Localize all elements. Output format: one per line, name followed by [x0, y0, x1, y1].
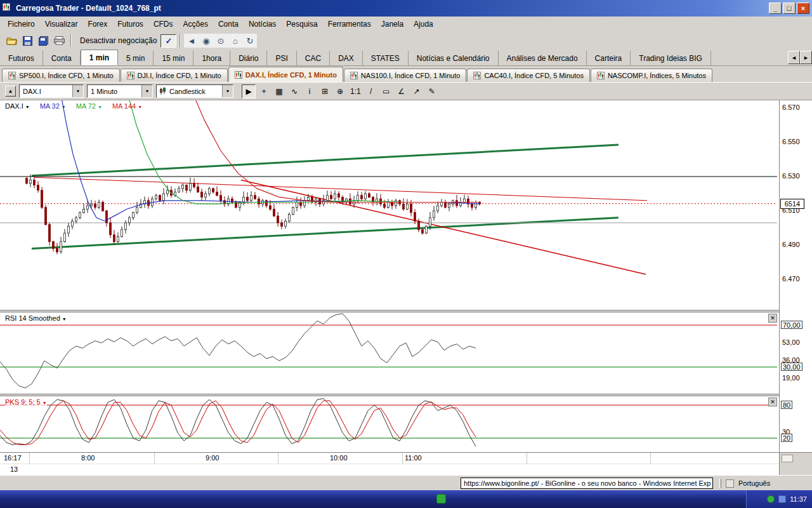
workspace-tab-conta[interactable]: Conta	[43, 51, 81, 65]
zoom-tool-icon[interactable]: ⊕	[333, 84, 347, 98]
menu-item-cfds[interactable]: CFDs	[148, 18, 178, 30]
tray-blue-icon[interactable]	[778, 495, 786, 503]
workspace-tab-noticias-e-calendario[interactable]: Notícias e Calendário	[409, 51, 499, 65]
info-tool-icon[interactable]: i	[303, 84, 317, 98]
legend-ma-32[interactable]: MA 32▼	[40, 102, 66, 110]
stochastic-panel-close-icon[interactable]: ✕	[768, 398, 777, 406]
date-row: 13	[0, 464, 779, 475]
close-button[interactable]: ×	[797, 3, 809, 14]
workspace-tab-5-min[interactable]: 5 min	[118, 51, 154, 65]
workspace-tab-carteira[interactable]: Carteira	[587, 51, 631, 65]
workspace-tab-dax[interactable]: DAX	[330, 51, 363, 65]
legend-ma-72[interactable]: MA 72▼	[76, 102, 102, 110]
angle-tool-icon[interactable]: ∠	[395, 84, 409, 98]
minimize-button[interactable]: _	[769, 3, 782, 14]
workspace-tab-15-min[interactable]: 15 min	[154, 51, 193, 65]
menu-item-forex[interactable]: Forex	[83, 18, 113, 30]
interval-select[interactable]: 1 Minuto ▼	[87, 84, 153, 98]
menu-item-futuros[interactable]: Futuros	[112, 18, 148, 30]
rsi-panel-canvas[interactable]	[0, 312, 779, 394]
workspace-tab-analises-de-mercado[interactable]: Análises de Mercado	[499, 51, 587, 65]
chart-tab-dji-i-indice-cfd-1-minuto[interactable]: DJI.I, Índice CFD, 1 Minuto	[121, 69, 228, 82]
collapse-button[interactable]: ▲	[5, 86, 16, 97]
menu-item-janela[interactable]: Janela	[376, 18, 409, 30]
maximize-button[interactable]: □	[783, 3, 796, 14]
expand-tool-icon[interactable]: ↗	[410, 84, 424, 98]
workspace-tab-futuros[interactable]: Futuros	[0, 51, 43, 65]
time-axis-label: 8:00	[81, 454, 95, 462]
refresh-icon[interactable]: ↻	[242, 34, 257, 48]
chart-tab-dax-i-indice-cfd-1-minuto[interactable]: DAX.I, Índice CFD, 1 Minuto	[228, 67, 343, 82]
time-axis[interactable]: 16:178:009:0010:0011:00	[0, 452, 779, 464]
taskbar[interactable]: 11:37	[0, 490, 812, 508]
home-icon[interactable]: ⌂	[228, 34, 242, 48]
chart-tab-cac40-i-indice-cfd-5-minutos[interactable]: CAC40.I, Índice CFD, 5 Minutos	[467, 69, 590, 82]
print-icon[interactable]	[51, 34, 67, 48]
workspace-tab-psi[interactable]: PSI	[267, 51, 296, 65]
menu-item-ferramentas[interactable]: Ferramentas	[323, 18, 376, 30]
time-gridline	[402, 453, 403, 464]
scale-1-1-tool-icon[interactable]: 1:1	[348, 84, 363, 98]
save-all-icon[interactable]	[36, 34, 51, 48]
scrollbar-corner[interactable]	[779, 452, 812, 475]
main-chart-canvas[interactable]	[0, 100, 779, 310]
stochastic-panel-label[interactable]: PKS 9; 5; 5▼	[5, 398, 47, 406]
workspace-tab-diario[interactable]: Diário	[230, 51, 267, 65]
add-panel-tool-icon[interactable]: ⊞	[318, 84, 332, 98]
toolbar-separator	[180, 34, 181, 47]
crosshair-tool-icon[interactable]: +	[257, 84, 271, 98]
trendline-tool-icon[interactable]: /	[364, 84, 378, 98]
rsi-panel-close-icon[interactable]: ✕	[768, 314, 777, 323]
workspace-tab-cac[interactable]: CAC	[297, 51, 330, 65]
chart-icon	[127, 72, 134, 79]
tabs-scroll-right-icon[interactable]: ►	[800, 51, 812, 64]
draw-tool-icon[interactable]: ✎	[425, 84, 439, 98]
chart-tab-nas100-i-indice-cfd-1-minuto[interactable]: NAS100.I, Índice CFD, 1 Minuto	[344, 69, 467, 82]
link-circle-icon[interactable]: ⊙	[213, 34, 228, 48]
record-circle-icon[interactable]: ◉	[199, 34, 213, 48]
trading-toggle-checkbox[interactable]: ✓	[160, 34, 176, 48]
workspace-tab-1-min[interactable]: 1 min	[81, 50, 118, 65]
language-bar[interactable]: Português	[716, 476, 808, 490]
menu-item-pesquisa[interactable]: Pesquisa	[281, 18, 322, 30]
symbol-select[interactable]: DAX.I ▼	[19, 84, 84, 98]
open-icon[interactable]	[4, 34, 20, 48]
workspace-tab-1hora[interactable]: 1hora	[193, 51, 230, 65]
menu-item-conta[interactable]: Conta	[213, 18, 244, 30]
price-axis[interactable]: 6.5706.5506.5306.5106.4906.470651470,005…	[779, 100, 812, 452]
stochastic-panel-canvas[interactable]	[0, 396, 779, 452]
back-circle-icon[interactable]: ◄	[184, 34, 199, 48]
workspace-tab-trading-ideias-big[interactable]: Trading Ideias BIG	[631, 51, 711, 65]
chevron-down-icon[interactable]: ▼	[72, 85, 83, 97]
rsi-panel-label[interactable]: RSI 14 Smoothed▼	[5, 314, 67, 322]
indicators-tool-icon[interactable]: ∿	[287, 84, 301, 98]
chevron-down-icon[interactable]: ▼	[222, 85, 233, 97]
scrollbar-thumb[interactable]	[782, 455, 793, 462]
legend-symbol[interactable]: DAX.I▼	[5, 102, 30, 110]
grid-tool-icon[interactable]: ▦	[272, 84, 286, 98]
menu-item-ajuda[interactable]: Ajuda	[409, 18, 438, 30]
chevron-down-icon[interactable]: ▼	[141, 85, 152, 97]
menu-item-ficheiro[interactable]: Ficheiro	[3, 18, 40, 30]
time-axis-label: 9:00	[206, 454, 219, 462]
menu-item-visualizar[interactable]: Visualizar	[40, 18, 83, 30]
workspace-tab-states[interactable]: STATES	[363, 51, 409, 65]
save-icon[interactable]	[20, 34, 36, 48]
price-axis-label: 6.470	[782, 275, 800, 283]
titlebar[interactable]: Carregosa Trader - Default_1024_768_pt _…	[0, 0, 812, 17]
menu-item-accoes[interactable]: Acções	[178, 18, 213, 30]
legend-ma-144[interactable]: MA 144▼	[112, 102, 142, 110]
pointer-tool-icon[interactable]: ▶	[242, 84, 256, 98]
taskbar-status-icon[interactable]	[436, 494, 446, 504]
rsi-axis-label: 30,00	[781, 363, 802, 371]
menu-item-noticias[interactable]: Notícias	[244, 18, 281, 30]
chart-type-select[interactable]: Candlestick ▼	[156, 84, 233, 98]
grip-handle[interactable]	[719, 479, 721, 488]
chart-tool-buttons: ▶+▦∿i⊞⊕1:1/▭∠↗✎	[242, 84, 439, 98]
tabs-scroll-left-icon[interactable]: ◄	[788, 51, 800, 64]
chart-tab-nascomp-i-indices-5-minutos[interactable]: NASCOMP.I, Índices, 5 Minutos	[591, 69, 712, 82]
tray-green-icon[interactable]	[767, 495, 775, 503]
chart-tabs: SP500.I, Índice CFD, 1 MinutoDJI.I, Índi…	[0, 67, 812, 82]
eraser-tool-icon[interactable]: ▭	[379, 84, 393, 98]
chart-tab-sp500-i-indice-cfd-1-minuto[interactable]: SP500.I, Índice CFD, 1 Minuto	[2, 69, 120, 82]
